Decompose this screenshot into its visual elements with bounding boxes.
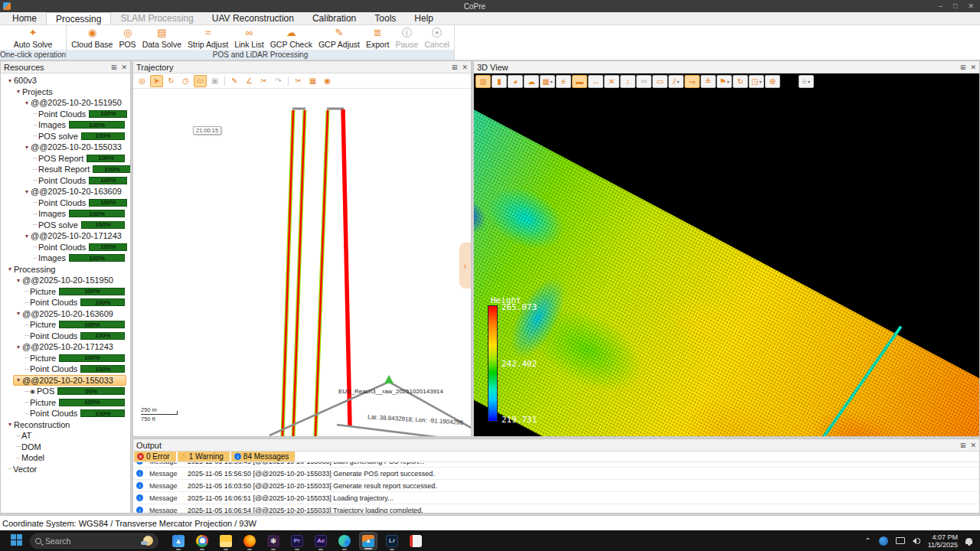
menu-processing[interactable]: Processing — [46, 12, 111, 24]
close-panel-icon[interactable]: ✕ — [970, 440, 976, 451]
taskbar-app-copre[interactable]: ▲ — [359, 532, 377, 550]
gcp-adjust-button[interactable]: ✎GCP Adjust — [315, 26, 363, 50]
tree-item-point-clouds[interactable]: Point Clouds100% — [1, 331, 130, 342]
tree-item-2025-10-20-155033[interactable]: ▾@@2025-10-20-155033 — [1, 142, 130, 153]
taskbar-app-setup[interactable] — [407, 532, 425, 550]
tree-item-point-clouds[interactable]: Point Clouds100% — [1, 408, 130, 419]
cut-trajectory-tool[interactable]: ✂ — [292, 75, 305, 87]
taskbar-search[interactable]: Search — [30, 533, 158, 549]
taskbar-app-after-effects[interactable]: Ae — [312, 532, 330, 550]
colorbar-toggle[interactable]: ▬ — [572, 75, 587, 88]
expand-arrow-icon[interactable]: ▾ — [15, 344, 22, 350]
gcp-check-button[interactable]: ☁GCP Check — [267, 26, 315, 50]
tree-item-picture[interactable]: Picture100% — [1, 319, 130, 331]
windows-start-button[interactable] — [11, 534, 24, 547]
restore-button[interactable]: □ — [953, 0, 957, 12]
log-row[interactable]: iMessage2025-11-05 15:56:45 [@@2025-10-2… — [133, 462, 979, 468]
tree-item-at[interactable]: AT — [1, 430, 130, 442]
pointcloud-viewport[interactable]: ▥▮◕☁▦▾≡▬↔✕↕✂▭⫽▾↝≙⚑▾↻◳▾⊕≡▾ Height 265.073… — [474, 73, 979, 436]
volume-icon[interactable] — [913, 538, 920, 544]
draw-measure-tool[interactable]: ✎ — [228, 75, 241, 87]
rect-select-tool[interactable]: ▭ — [194, 75, 207, 87]
minimize-button[interactable]: – — [939, 0, 942, 12]
tree-item-dom[interactable]: DOM — [1, 442, 130, 453]
expand-arrow-icon[interactable]: ▾ — [23, 99, 31, 106]
angle-measure-tool[interactable]: ∠ — [243, 75, 256, 87]
menu-tools[interactable]: Tools — [365, 12, 405, 24]
tree-item-images[interactable]: Images100% — [1, 253, 130, 264]
class-render[interactable]: ☁ — [524, 75, 539, 88]
filter-84-messages[interactable]: i84 Messages — [231, 452, 295, 461]
expand-arrow-icon[interactable]: ▾ — [6, 266, 14, 272]
tree-item-picture[interactable]: Picture100% — [1, 353, 130, 364]
tree-item-2025-10-20-163609[interactable]: ▾@@2025-10-20-163609 — [1, 308, 130, 320]
tree-item-result-report[interactable]: Result Report100% — [1, 164, 130, 175]
collapse-panel-handle[interactable]: ‹ — [459, 243, 471, 289]
expand-arrow-icon[interactable]: ▾ — [15, 277, 22, 284]
delete-selection-tool[interactable]: ✂ — [257, 75, 270, 87]
trajectory-canvas[interactable]: 21:00:15 EUS_Reach3__raw_20251020143914 … — [133, 89, 471, 436]
tree-item-picture[interactable]: Picture100% — [1, 397, 130, 409]
visibility-dropdown[interactable]: ◉ — [321, 75, 334, 87]
taskbar-clock[interactable]: 4:07 PM 11/5/2025 — [928, 533, 958, 549]
tree-item-2025-10-20-151950[interactable]: ▾@@2025-10-20-151950 — [1, 275, 130, 286]
log-row[interactable]: iMessage2025-11-05 15:56:50 [@@2025-10-2… — [133, 468, 979, 480]
gcp-marker-dropdown[interactable]: ⚑▾ — [717, 75, 732, 88]
orbit-tool[interactable]: ↻ — [165, 75, 178, 87]
menu-help[interactable]: Help — [405, 12, 443, 24]
tree-item-point-clouds[interactable]: Point Clouds100% — [1, 109, 130, 120]
strip-adjust-button[interactable]: ≈Strip Adjust — [185, 26, 231, 50]
rgb-render[interactable]: ◕ — [508, 75, 523, 88]
measure-distance[interactable]: ↔ — [588, 75, 603, 88]
taskbar-app-file-explorer[interactable] — [217, 532, 235, 550]
time-range-tool[interactable]: ◷ — [179, 75, 192, 87]
taskbar-app-slack[interactable] — [264, 532, 283, 550]
menu-uav-reconstruction[interactable]: UAV Reconstruction — [203, 12, 303, 24]
tree-item-vector[interactable]: Vector — [1, 464, 130, 475]
tree-item-point-clouds[interactable]: Point Clouds100% — [1, 364, 130, 375]
cloud-base-button[interactable]: ◉Cloud Base — [68, 26, 116, 50]
measure-delete[interactable]: ✕ — [604, 75, 619, 88]
measure-vertical[interactable]: ↕ — [620, 75, 635, 88]
taskbar-app-edge[interactable] — [335, 532, 354, 550]
expand-arrow-icon[interactable]: ▾ — [6, 421, 14, 428]
log-row[interactable]: iMessage2025-11-05 16:06:54 [@@2025-10-2… — [133, 504, 979, 513]
taskbar-app-chrome[interactable] — [193, 532, 211, 550]
profile-tool[interactable]: ↝ — [684, 75, 700, 88]
menu-slam-processing[interactable]: SLAM Processing — [111, 12, 202, 24]
data-solve-button[interactable]: ▤Data Solve — [139, 26, 185, 50]
tray-expand-icon[interactable]: ⌃ — [864, 536, 871, 545]
tree-item-2025-10-20-171243[interactable]: ▾@@2025-10-20-171243 — [1, 341, 130, 353]
cube-view-dropdown[interactable]: ◳▾ — [749, 75, 764, 88]
taskbar-app-firefox[interactable] — [240, 532, 259, 550]
tree-item-point-clouds[interactable]: Point Clouds100% — [1, 242, 130, 253]
link-list-button[interactable]: ∞Link List — [231, 26, 267, 50]
tree-item-pos-solve[interactable]: POS solve100% — [1, 131, 130, 142]
filter-0-error[interactable]: ✕0 Error — [134, 452, 176, 461]
menu-calibration[interactable]: Calibration — [303, 12, 365, 24]
tree-item-point-clouds[interactable]: Point Clouds100% — [1, 297, 130, 308]
float-panel-icon[interactable]: ⊞ — [452, 62, 458, 73]
display-mode-dropdown[interactable]: ▦▾ — [540, 75, 555, 88]
tree-item-picture[interactable]: Picture100% — [1, 286, 130, 298]
taskbar-app-photos[interactable]: ▲ — [169, 532, 188, 550]
close-panel-icon[interactable]: ✕ — [121, 62, 127, 73]
log-row[interactable]: iMessage2025-11-05 16:06:51 [@@2025-10-2… — [133, 492, 979, 504]
tree-item-projects[interactable]: ▾Projects — [1, 86, 130, 98]
float-panel-icon[interactable]: ⊞ — [960, 62, 966, 73]
tree-item-2025-10-20-171243[interactable]: ▾@@2025-10-20-171243 — [1, 230, 130, 242]
menu-home[interactable]: Home — [3, 12, 46, 24]
taskbar-app-premiere-pro[interactable]: Pr — [288, 532, 306, 550]
intensity-render[interactable]: ▮ — [492, 75, 507, 88]
tree-item-model[interactable]: Model — [1, 452, 130, 464]
focus-center[interactable]: ⊕ — [765, 75, 780, 88]
export-button[interactable]: ≣Export — [363, 26, 392, 50]
expand-arrow-icon[interactable]: ▾ — [6, 77, 14, 84]
display-icon[interactable] — [896, 537, 905, 544]
height-render[interactable]: ▥ — [475, 75, 491, 88]
expand-arrow-icon[interactable]: ▾ — [23, 188, 31, 195]
ruler-dropdown[interactable]: ⫽▾ — [668, 75, 684, 88]
rotate-view[interactable]: ↻ — [733, 75, 748, 88]
expand-arrow-icon[interactable]: ▾ — [23, 144, 31, 151]
tree-item-processing[interactable]: ▾Processing — [1, 264, 130, 276]
